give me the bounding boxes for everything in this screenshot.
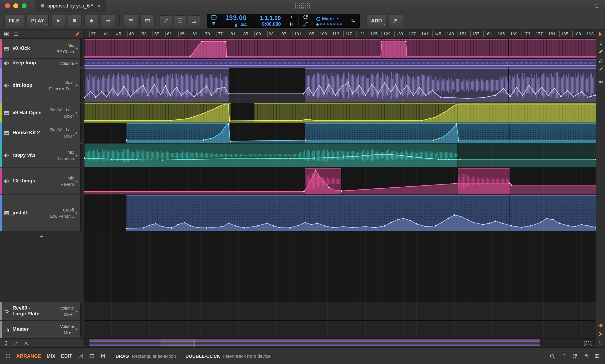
track-header-master[interactable]: MasterVolumeMixer	[0, 321, 84, 338]
device-label[interactable]: Volume	[60, 306, 74, 310]
lane-deep-loop[interactable]	[84, 59, 596, 68]
file-button[interactable]: FILE	[4, 14, 24, 27]
edit-pencil-icon[interactable]	[74, 31, 80, 37]
time-signature-value[interactable]: 4/4	[240, 22, 247, 27]
chevron-down-icon[interactable]	[336, 16, 340, 22]
device-label[interactable]: Mixer	[64, 134, 74, 138]
automation-write-button[interactable]	[101, 14, 115, 27]
position-value[interactable]: 1.1.1.00	[255, 14, 281, 21]
time-select-tool-icon[interactable]	[598, 40, 604, 46]
document-tab[interactable]: approved by you_6 * ×	[35, 0, 106, 12]
expand-arrow-icon[interactable]	[74, 168, 79, 195]
double-chevron-icon[interactable]	[598, 331, 604, 337]
file-browser-icon[interactable]	[561, 353, 566, 359]
knife-tool-icon[interactable]	[598, 66, 604, 72]
record-button[interactable]	[84, 14, 99, 27]
tab-edit[interactable]: EDIT	[61, 353, 72, 358]
grid-view-icon[interactable]	[3, 31, 9, 37]
device-label[interactable]: Volume	[60, 61, 74, 65]
dual-panel-icon[interactable]	[89, 353, 95, 359]
device-label[interactable]: Mix	[67, 176, 74, 180]
lane-house-kit-2[interactable]	[84, 123, 596, 143]
track-header-deep-loop[interactable]: deep loopVolume	[0, 59, 84, 68]
device-label[interactable]: Soar	[65, 80, 74, 85]
play-menu-button[interactable]: PLAY	[26, 14, 49, 27]
pencil-tool-icon[interactable]	[598, 49, 604, 54]
info-icon[interactable]	[5, 353, 11, 359]
add-object-button[interactable]	[174, 15, 186, 26]
device-label[interactable]: Mix	[67, 43, 74, 48]
device-label[interactable]: Volume	[60, 324, 74, 328]
metronome-icon[interactable]	[233, 21, 239, 27]
stop-button[interactable]	[68, 14, 82, 27]
arranger-focus-button[interactable]	[124, 14, 138, 27]
expand-arrow-icon[interactable]	[74, 321, 79, 338]
add-track-row[interactable]: +	[0, 232, 84, 241]
shuffle-arrows-icon[interactable]	[211, 20, 217, 26]
expand-arrow-icon[interactable]	[74, 39, 79, 58]
tempo-display[interactable]: 133.00 4/4	[221, 14, 251, 27]
track-header-just-ill[interactable]: just illCutoffLow Percut...	[0, 195, 84, 232]
device-label[interactable]: BP Chain	[56, 49, 74, 54]
track-header-dirt-loop[interactable]: dirt loopSoarFilter+ » So...	[0, 68, 84, 103]
shuffle-mode-icon[interactable]	[78, 353, 84, 359]
lane-raspy-v-s[interactable]	[84, 143, 596, 168]
lane-v9-hat-open[interactable]	[84, 103, 596, 123]
expand-arrow-icon[interactable]	[74, 123, 79, 143]
expand-arrow-icon[interactable]	[74, 103, 79, 123]
device-label[interactable]: Distortion	[56, 156, 74, 161]
track-header-rev60-large-plate[interactable]: Rev60 - Large PlateVolumeMixer	[0, 302, 84, 321]
play-button[interactable]	[51, 14, 65, 27]
track-header-house-kit-2[interactable]: House Kit 2Rev60 - La...Mixer	[0, 123, 84, 143]
piano-keyboard-icon[interactable]	[594, 353, 600, 359]
resize-tracks-icon[interactable]	[3, 340, 9, 346]
device-panel-button[interactable]	[141, 14, 154, 27]
lane-just-ill[interactable]	[84, 195, 596, 232]
search-icon[interactable]	[549, 353, 555, 359]
device-label[interactable]: Rev60 - La...	[50, 107, 74, 112]
position-display[interactable]: 1.1.1.00 0:00.000	[251, 14, 285, 27]
device-label[interactable]: Reverb	[61, 182, 74, 187]
automation-curves-button[interactable]	[160, 15, 172, 26]
expand-arrow-icon[interactable]	[74, 59, 79, 68]
loop-icon[interactable]	[303, 14, 308, 20]
minimize-window-button[interactable]	[13, 3, 18, 8]
fill-curve-icon[interactable]	[303, 21, 308, 27]
track-header-v9-hat-open[interactable]: v9 Hat OpenRev60 - La...Mixer	[0, 103, 84, 123]
timeline-ruler[interactable]: 3741454953576165697377818589939710110510…	[84, 29, 596, 39]
add-button[interactable]: ADD	[366, 14, 386, 27]
lane-fx-things[interactable]	[84, 168, 596, 195]
lane-master[interactable]	[84, 321, 596, 338]
device-label[interactable]: Cutoff	[63, 208, 74, 212]
punch-in-icon[interactable]	[289, 14, 295, 20]
device-label[interactable]: Mix	[67, 150, 74, 155]
arranger-empty-area[interactable]	[84, 232, 596, 302]
expand-arrow-icon[interactable]	[74, 68, 79, 103]
expand-arrow-icon[interactable]	[74, 302, 79, 320]
cue-controls-icon[interactable]	[350, 18, 356, 24]
device-label[interactable]: Mixer	[64, 114, 74, 118]
marker-button[interactable]	[389, 14, 403, 27]
tab-mix[interactable]: MIX	[47, 353, 56, 358]
clear-selection-icon[interactable]	[23, 340, 29, 346]
expand-arrow-icon[interactable]	[74, 195, 79, 231]
tab-arrange[interactable]: ARRANGE	[16, 353, 41, 358]
magnet-snap-icon[interactable]	[598, 340, 604, 346]
close-window-button[interactable]	[5, 3, 10, 8]
track-header-raspy-v-s[interactable]: raspy väsMixDistortion	[0, 143, 84, 168]
key-scale-value[interactable]: Major	[322, 16, 334, 21]
zoom-window-button[interactable]	[22, 3, 26, 8]
device-label[interactable]: Rev60 - La...	[50, 128, 74, 132]
device-label[interactable]: Mixer	[64, 330, 74, 335]
close-tab-icon[interactable]: ×	[97, 3, 100, 9]
arrangement-minimap[interactable]: [2/1]	[84, 338, 596, 347]
key-root-value[interactable]: C	[316, 15, 320, 22]
track-list-menu-icon[interactable]	[13, 31, 19, 37]
sync-icon[interactable]	[572, 353, 578, 359]
follow-playback-icon[interactable]	[13, 340, 19, 346]
layout-button[interactable]	[188, 15, 200, 26]
audition-tool-icon[interactable]	[598, 79, 604, 85]
device-label[interactable]: Low Percut...	[50, 214, 74, 218]
punch-out-icon[interactable]	[289, 21, 295, 27]
time-value[interactable]: 0:00.000	[255, 22, 281, 26]
